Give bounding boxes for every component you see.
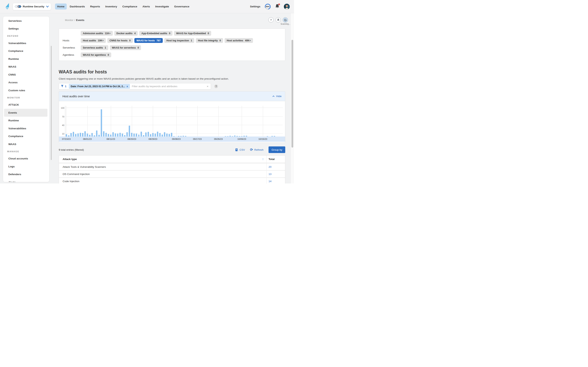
audit-bar[interactable] [91, 133, 93, 136]
chip-host-log-inspection[interactable]: Host log inspection1 [164, 38, 194, 43]
table-row[interactable]: Attack Tools & Vulnerability Scanners20 [59, 163, 285, 170]
sidebar-item-waas[interactable]: WAAS [3, 63, 49, 71]
usage-progress-ring[interactable]: 80% [265, 4, 271, 9]
nav-item-governance[interactable]: Governance [172, 3, 191, 9]
audit-bar[interactable] [169, 134, 170, 136]
audit-bar[interactable] [108, 134, 109, 136]
sidebar-item-access[interactable]: Access [3, 79, 49, 87]
audit-bar[interactable] [110, 134, 112, 136]
chip-docker-audits[interactable]: Docker audits4 [114, 31, 138, 36]
table-row[interactable]: Code Injection14 [59, 177, 285, 184]
sidebar-item-serverless[interactable]: Serverless [3, 17, 49, 25]
sidebar-item-settings[interactable]: Settings [3, 25, 49, 33]
product-switcher[interactable]: Runtime Security [13, 3, 51, 10]
sidebar-item-vulnerabilities[interactable]: Vulnerabilities [3, 125, 49, 133]
help-icon[interactable]: ? [268, 17, 274, 23]
sidebar-item-compliance[interactable]: Compliance [3, 47, 49, 55]
chip-host-activities[interactable]: Host activities40K+ [225, 38, 253, 43]
chip-host-file-integrity[interactable]: Host file integrity0 [196, 38, 223, 43]
audit-bar[interactable] [129, 126, 130, 136]
refresh-button[interactable]: ⟳ Refresh [250, 148, 263, 151]
sort-ascending-icon[interactable]: ↑ [262, 158, 264, 161]
audit-bar[interactable] [98, 135, 100, 136]
chip-waas-for-serverless[interactable]: WAAS for serverless0 [110, 45, 141, 50]
audit-bar[interactable] [124, 135, 125, 136]
chip-waas-for-agentless[interactable]: WAAS for agentless0 [81, 52, 111, 57]
audit-bar[interactable] [89, 135, 90, 136]
audit-bar[interactable] [171, 133, 172, 136]
audit-bar[interactable] [147, 132, 149, 136]
sidebar-scrollbar[interactable] [51, 46, 52, 160]
table-row[interactable]: OS Command Injection13 [59, 170, 285, 177]
chip-app-embedded-audits[interactable]: App-Embedded audits0 [139, 31, 173, 36]
group-by-button[interactable]: Group by [268, 146, 285, 153]
export-csv-button[interactable]: CSV [235, 148, 245, 151]
audit-bar[interactable] [166, 133, 168, 136]
user-avatar[interactable] [284, 4, 290, 9]
audit-bar[interactable] [143, 135, 144, 136]
audit-bar[interactable] [87, 133, 88, 136]
audit-bar[interactable] [105, 133, 107, 136]
audit-bar[interactable] [159, 133, 161, 136]
audit-bar[interactable] [164, 132, 165, 136]
audit-bar[interactable] [126, 132, 128, 136]
sidebar-item-cnns[interactable]: CNNS [3, 71, 49, 79]
sidebar-item-cloud-accounts[interactable]: Cloud accounts [3, 155, 49, 163]
audit-bar[interactable] [73, 132, 74, 136]
audit-bar[interactable] [112, 132, 114, 136]
chip-host-audits[interactable]: Host audits10K+ [81, 38, 106, 43]
audit-bar[interactable] [117, 133, 118, 136]
column-header-attack-type[interactable]: Attack type [63, 158, 77, 161]
audit-bar[interactable] [145, 133, 147, 136]
sidebar-item-defenders[interactable]: Defenders [3, 170, 49, 178]
chip-admission-audits[interactable]: Admission audits11K+ [81, 31, 113, 36]
settings-link[interactable]: Settings [250, 5, 260, 8]
audit-bar[interactable] [131, 133, 132, 136]
audit-bar[interactable] [115, 133, 116, 136]
audit-bar[interactable] [152, 133, 154, 136]
remove-date-filter-icon[interactable]: x [127, 85, 128, 88]
notifications-bell-icon[interactable] [275, 4, 279, 9]
date-filter-chip[interactable]: Date: From Jul 23, 2023 01:14 PM to Oct … [69, 84, 130, 89]
scanning-status-icon[interactable] [283, 17, 288, 23]
chip-cnns-for-hosts[interactable]: CNNS for hosts0 [107, 38, 133, 43]
audit-bar[interactable] [80, 133, 81, 136]
sidebar-item-compliance[interactable]: Compliance [3, 133, 49, 140]
sidebar-item-alerts[interactable]: Alerts [3, 178, 49, 182]
total-count-link[interactable]: 13 [268, 173, 271, 175]
nav-item-reports[interactable]: Reports [88, 3, 102, 9]
audit-bar[interactable] [162, 134, 163, 136]
audit-bar[interactable] [138, 134, 140, 136]
audit-bar[interactable] [155, 133, 156, 136]
audit-bar[interactable] [136, 133, 137, 136]
chip-waas-for-app-embedded[interactable]: WAAS for App-Embedded0 [174, 31, 211, 36]
nav-item-investigate[interactable]: Investigate [153, 3, 171, 9]
audit-bar[interactable] [70, 133, 72, 136]
audit-bar[interactable] [101, 109, 102, 136]
audit-bar[interactable] [133, 133, 135, 136]
audit-bar[interactable] [103, 131, 104, 136]
audit-bar[interactable] [122, 133, 123, 136]
alerts-bell-icon[interactable] [276, 17, 281, 23]
filter-help-icon[interactable]: ? [214, 84, 218, 88]
filter-search-input[interactable] [132, 85, 207, 88]
breadcrumb-section[interactable]: Monitor [65, 19, 73, 22]
nav-item-inventory[interactable]: Inventory [103, 3, 119, 9]
nav-item-home[interactable]: Home [55, 3, 67, 9]
sidebar-item-events[interactable]: Events [4, 109, 47, 117]
nav-item-compliance[interactable]: Compliance [120, 3, 139, 9]
column-header-total[interactable]: Total [268, 158, 275, 161]
total-count-link[interactable]: 20 [268, 166, 271, 168]
audit-bar[interactable] [157, 132, 158, 136]
audit-bar[interactable] [75, 134, 77, 136]
total-count-link[interactable]: 14 [268, 180, 271, 183]
sidebar-item-waas[interactable]: WAAS [3, 140, 49, 148]
sidebar-item-att-ck[interactable]: ATT&CK [3, 101, 49, 109]
chip-serverless-audits[interactable]: Serverless audits1 [81, 45, 108, 50]
audit-bar[interactable] [141, 132, 142, 136]
filter-funnel-icon[interactable] [61, 85, 64, 88]
audit-bar[interactable] [82, 133, 83, 136]
nav-item-alerts[interactable]: Alerts [140, 3, 152, 9]
sidebar-item-logs[interactable]: Logs [3, 163, 49, 170]
audit-bar[interactable] [84, 131, 86, 136]
